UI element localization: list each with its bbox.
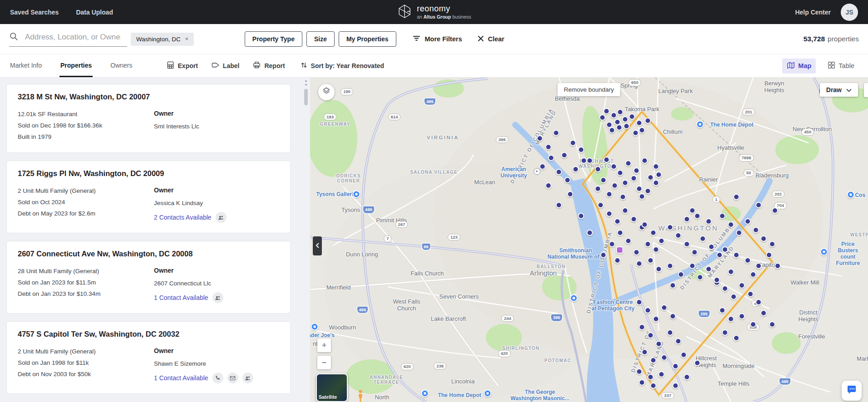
property-marker[interactable] (636, 368, 642, 375)
property-marker[interactable] (617, 170, 623, 176)
property-marker[interactable] (697, 274, 703, 280)
contacts-available-link[interactable]: 1 Contact Available (154, 294, 208, 301)
property-marker[interactable] (667, 224, 673, 230)
property-marker[interactable] (675, 232, 681, 239)
property-marker[interactable] (656, 172, 662, 178)
property-marker[interactable] (667, 329, 673, 336)
property-marker[interactable] (636, 120, 642, 126)
property-card[interactable]: 4757 S Capitol Ter Sw, Washington, DC 20… (6, 321, 291, 394)
nav-link-data-upload[interactable]: Data Upload (76, 9, 113, 16)
property-marker[interactable] (760, 310, 767, 316)
property-marker[interactable] (609, 127, 615, 133)
contacts-available-link[interactable]: 2 Contacts Available (154, 214, 212, 221)
property-marker[interactable] (616, 124, 622, 131)
property-marker[interactable] (572, 166, 579, 172)
property-marker[interactable] (772, 207, 778, 214)
help-center-link[interactable]: Help Center (795, 9, 831, 16)
property-marker[interactable] (587, 230, 593, 236)
property-marker[interactable] (617, 230, 623, 236)
label-button[interactable]: Label (212, 61, 240, 70)
property-marker[interactable] (672, 363, 679, 369)
property-marker[interactable] (733, 335, 740, 341)
property-marker[interactable] (611, 163, 617, 170)
property-marker[interactable] (719, 307, 725, 314)
property-marker[interactable] (689, 207, 695, 214)
map-layers-button[interactable] (318, 84, 335, 100)
phone-button[interactable] (212, 373, 223, 383)
satellite-toggle[interactable]: Satellite (316, 373, 348, 402)
property-marker[interactable] (750, 271, 756, 278)
property-marker[interactable] (548, 155, 554, 161)
property-marker[interactable] (658, 371, 665, 377)
property-marker[interactable] (600, 177, 607, 183)
property-marker[interactable] (730, 294, 737, 300)
nav-link-saved-searches[interactable]: Saved Searches (10, 9, 59, 16)
property-marker[interactable] (656, 341, 662, 347)
property-marker[interactable] (623, 123, 630, 129)
map-edge-control-stub[interactable] (864, 83, 868, 97)
property-marker[interactable] (599, 114, 606, 121)
property-card[interactable]: 1725 Riggs Pl Nw, Washington, DC 200092 … (6, 161, 291, 233)
property-marker[interactable] (716, 252, 723, 258)
poi-marker[interactable] (820, 248, 828, 255)
view-toggle-map[interactable]: Map (782, 59, 816, 74)
property-marker[interactable] (614, 257, 621, 264)
property-marker[interactable] (750, 321, 756, 328)
property-marker[interactable] (633, 249, 640, 255)
property-marker[interactable] (694, 213, 700, 219)
property-marker[interactable] (689, 263, 695, 269)
filter-button-size[interactable]: Size (306, 31, 335, 47)
panel-collapse-handle[interactable] (313, 236, 322, 255)
property-marker[interactable] (567, 191, 573, 197)
property-marker[interactable] (633, 167, 640, 174)
property-marker[interactable] (747, 291, 754, 297)
remove-boundary-button[interactable]: Remove boundary (557, 83, 620, 96)
property-marker[interactable] (650, 382, 656, 389)
property-marker[interactable] (645, 307, 651, 314)
contact-card-button[interactable] (216, 212, 227, 223)
property-marker[interactable] (755, 263, 762, 269)
property-marker[interactable] (653, 180, 659, 186)
property-marker[interactable] (639, 379, 645, 386)
draw-button[interactable]: Draw (820, 83, 858, 97)
search-field[interactable] (9, 32, 127, 47)
pegman-icon[interactable] (357, 390, 364, 402)
sort-button[interactable]: Sort by: Year Renovated (301, 54, 385, 77)
tab-market-info[interactable]: Market Info (9, 54, 43, 77)
property-marker[interactable] (595, 166, 601, 172)
zoom-in-button[interactable]: + (317, 338, 331, 352)
filter-chip-location[interactable]: Washington, DC × (131, 33, 194, 46)
poi-marker[interactable] (570, 294, 578, 302)
property-marker[interactable] (622, 180, 628, 186)
property-marker[interactable] (561, 152, 567, 158)
property-marker[interactable] (753, 227, 759, 233)
chip-remove-icon[interactable]: × (185, 36, 188, 42)
property-marker[interactable] (760, 235, 767, 242)
property-marker[interactable] (755, 202, 762, 208)
property-marker[interactable] (658, 238, 665, 244)
property-marker[interactable] (769, 321, 775, 328)
property-marker[interactable] (603, 108, 610, 114)
map-canvas[interactable]: BethesdaTakoma ParkChillumHyattsvilleBla… (310, 78, 868, 402)
property-marker[interactable] (661, 304, 667, 311)
property-marker[interactable] (597, 202, 604, 208)
university-marker[interactable] (534, 168, 541, 175)
property-marker[interactable] (587, 157, 593, 164)
property-marker[interactable] (606, 211, 612, 217)
property-marker[interactable] (645, 241, 651, 247)
property-marker[interactable] (639, 193, 645, 200)
property-marker[interactable] (733, 252, 740, 258)
property-marker[interactable] (681, 352, 687, 358)
property-card[interactable]: 2607 Connecticut Ave Nw, Washington, DC … (6, 241, 291, 314)
property-marker[interactable] (670, 282, 676, 289)
export-button[interactable]: Export (167, 61, 198, 70)
search-input[interactable] (24, 32, 122, 42)
property-marker[interactable] (636, 260, 642, 267)
view-toggle-table[interactable]: Table (823, 59, 859, 73)
property-marker[interactable] (736, 230, 742, 236)
poi-marker[interactable] (483, 389, 491, 397)
property-marker[interactable] (691, 249, 698, 255)
property-card[interactable]: 3218 M St Nw, Washington, DC 2000712.01k… (6, 84, 291, 153)
property-marker[interactable] (600, 252, 607, 258)
property-marker[interactable] (617, 109, 623, 115)
